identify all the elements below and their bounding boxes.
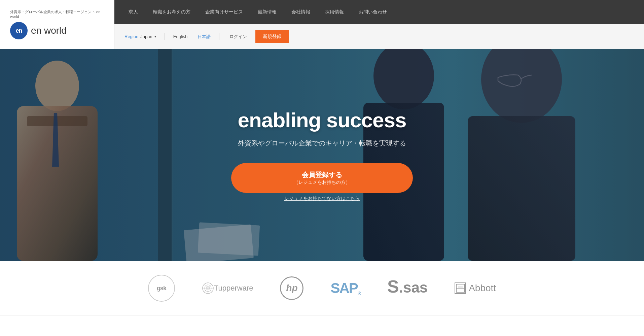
nav-item-jobs[interactable]: 求人 [121,0,145,24]
nav-item-corporate[interactable]: 企業向けサービス [198,0,250,24]
divider [219,33,219,40]
nav-item-career[interactable]: 転職をお考えの方 [145,0,198,24]
sas-logo: S.sas [387,279,428,298]
hero-subtitle: 外資系やグローバル企業でのキャリア・転職を実現する [231,139,413,148]
nav-item-contact[interactable]: お問い合わせ [351,0,394,24]
abbott-logo: Abbott [455,282,496,294]
hp-logo: hp [280,276,303,300]
nav-item-news[interactable]: 最新情報 [250,0,284,24]
language-japanese[interactable]: 日本語 [194,34,214,40]
main-nav: 求人 転職をお考えの方 企業向けサービス 最新情報 会社情報 採用情報 お問い合… [114,0,644,24]
partner-gsk: gsk [148,275,175,302]
svg-rect-25 [458,286,463,288]
region-selector[interactable]: Region Japan ▾ [121,34,159,39]
hero-content: enabling success 外資系やグローバル企業でのキャリア・転職を実現… [231,108,413,201]
abbott-icon [455,282,466,294]
hero-section: enabling success 外資系やグローバル企業でのキャリア・転職を実現… [0,49,644,261]
region-value: Japan [140,34,152,39]
partners-section: gsk Tupperware hp SAP® S.sas [0,261,644,315]
hero-title: enabling success [231,108,413,132]
partner-sas: S.sas [387,279,428,298]
sap-logo: SAP® [330,280,360,296]
partner-hp: hp [280,276,303,300]
chevron-down-icon: ▾ [154,35,156,38]
cta-no-resume-link[interactable]: レジュメをお持ちでない方はこちら [231,196,413,202]
divider [165,33,165,40]
partner-tupperware: Tupperware [202,282,253,294]
logo-icon: en [10,22,28,39]
gsk-logo: gsk [148,275,175,302]
register-button[interactable]: 新規登録 [255,30,289,43]
region-label: Region [124,34,138,39]
svg-text:S.sas: S.sas [387,279,428,296]
language-english[interactable]: English [170,34,191,39]
logo-area: 外資系・グローバル企業の求人・転職エージェント en world en en w… [0,0,114,49]
cta-register-button[interactable]: 会員登録する （レジュメをお持ちの方） [231,163,413,193]
logo-brand[interactable]: en en world [10,22,104,39]
nav-area: 求人 転職をお考えの方 企業向けサービス 最新情報 会社情報 採用情報 お問い合… [114,0,644,49]
top-bar: 外資系・グローバル企業の求人・転職エージェント en world en en w… [0,0,644,49]
partner-sap: SAP® [330,280,360,296]
logo-text: en world [31,25,67,36]
partner-abbott: Abbott [455,282,496,294]
tupperware-icon [202,282,214,294]
login-link[interactable]: ログイン [224,34,252,40]
abbott-text: Abbott [469,283,496,294]
nav-item-about[interactable]: 会社情報 [284,0,318,24]
site-tagline: 外資系・グローバル企業の求人・転職エージェント en world [10,9,104,19]
sub-nav: Region Japan ▾ English 日本語 ログイン 新規登録 [114,24,644,49]
nav-item-recruit[interactable]: 採用情報 [318,0,351,24]
tupperware-text: Tupperware [214,284,253,293]
